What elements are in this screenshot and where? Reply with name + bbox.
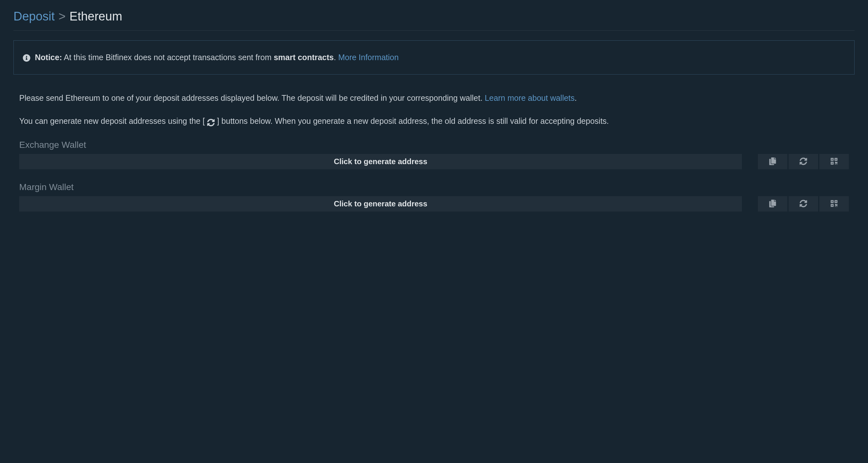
breadcrumb: Deposit > Ethereum <box>13 9 855 31</box>
wallet-label-margin: Margin Wallet <box>19 182 849 192</box>
refresh-icon <box>207 118 215 125</box>
para2-after: ] buttons below. When you generate a new… <box>215 117 609 125</box>
more-information-link[interactable]: More Information <box>338 53 399 62</box>
para2-before: You can generate new deposit addresses u… <box>19 117 207 125</box>
refresh-icon <box>800 157 807 166</box>
breadcrumb-separator: > <box>59 9 66 23</box>
qr-icon <box>830 157 838 166</box>
refresh-icon <box>800 200 807 208</box>
generate-address-button-exchange[interactable]: Click to generate address <box>19 154 742 169</box>
refresh-button[interactable] <box>788 154 818 169</box>
notice-label: Notice: <box>35 53 62 62</box>
wallet-actions-margin <box>758 196 849 212</box>
content: Please send Ethereum to one of your depo… <box>13 92 855 212</box>
learn-more-wallets-link[interactable]: Learn more about wallets <box>485 93 575 102</box>
copy-icon <box>769 157 776 166</box>
wallet-row-exchange: Click to generate address <box>19 154 849 169</box>
copy-button[interactable] <box>758 154 787 169</box>
info-icon <box>23 53 32 62</box>
notice-bold: smart contracts <box>274 53 334 62</box>
refresh-button[interactable] <box>788 196 818 212</box>
notice-text-before: At this time Bitfinex does not accept tr… <box>62 53 274 62</box>
wallet-row-margin: Click to generate address <box>19 196 849 212</box>
notice-box: Notice: At this time Bitfinex does not a… <box>13 40 855 74</box>
qr-button[interactable] <box>819 196 849 212</box>
qr-button[interactable] <box>819 154 849 169</box>
para1-before: Please send Ethereum to one of your depo… <box>19 93 485 102</box>
wallet-label-exchange: Exchange Wallet <box>19 140 849 150</box>
breadcrumb-root-link[interactable]: Deposit <box>13 9 55 23</box>
notice-text-after: . <box>334 53 338 62</box>
generate-address-button-margin[interactable]: Click to generate address <box>19 196 742 212</box>
instruction-para-2: You can generate new deposit addresses u… <box>19 115 849 127</box>
instruction-para-1: Please send Ethereum to one of your depo… <box>19 92 849 104</box>
para1-after: . <box>575 93 577 102</box>
wallet-actions-exchange <box>758 154 849 169</box>
copy-icon <box>769 200 776 208</box>
qr-icon <box>830 200 838 208</box>
copy-button[interactable] <box>758 196 787 212</box>
breadcrumb-current: Ethereum <box>69 9 122 23</box>
